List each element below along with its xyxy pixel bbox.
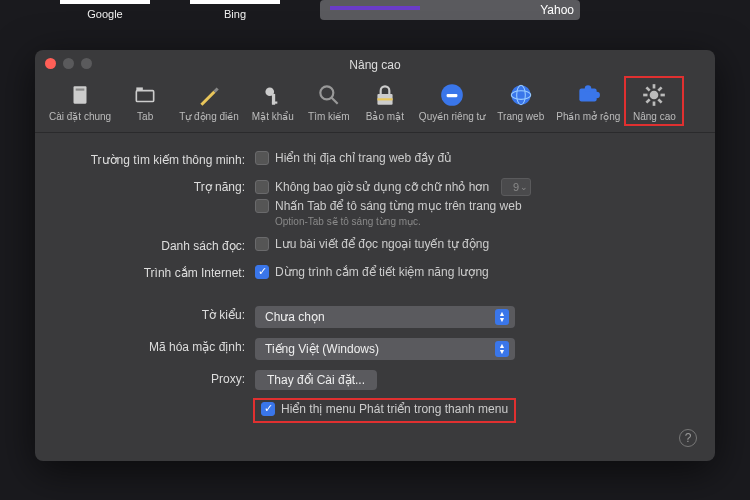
label-accessibility: Trợ năng: [65,178,255,194]
zoom-button[interactable] [81,58,92,69]
tab-privacy[interactable]: Quyền riêng tư [413,78,491,124]
select-stylesheet[interactable]: Chưa chọn▲▼ [255,306,515,328]
label-stylesheet: Tờ kiểu: [65,306,255,322]
font-size-stepper[interactable]: 9 [501,178,531,196]
tab-search[interactable]: Tìm kiếm [301,78,357,124]
checkbox-show-develop-menu[interactable]: ✓Hiển thị menu Phát triển trong thanh me… [261,402,508,416]
svg-point-18 [594,92,601,99]
tab-security[interactable]: Bảo mật [357,78,413,124]
svg-rect-10 [377,98,392,100]
tab-advanced[interactable]: Nâng cao [626,78,682,124]
label-smart-search: Trường tìm kiếm thông minh: [65,151,255,167]
proxy-settings-button[interactable]: Thay đổi Cài đặt... [255,370,377,390]
label-encoding: Mã hóa mặc định: [65,338,255,354]
svg-line-25 [659,99,662,102]
svg-rect-6 [272,102,277,104]
svg-line-26 [647,99,650,102]
tab-passwords[interactable]: Mật khẩu [245,78,301,124]
label-internet-plugins: Trình cắm Internet: [65,264,255,280]
tab-autofill[interactable]: Tự động điền [173,78,245,124]
tab-extensions[interactable]: Phần mở rộng [550,78,626,124]
label-reading-list: Danh sách đọc: [65,237,255,253]
search-engine-thumb[interactable]: Google [60,0,150,20]
select-encoding[interactable]: Tiếng Việt (Windows)▲▼ [255,338,515,360]
svg-rect-12 [447,94,458,97]
window-title: Nâng cao [45,56,705,72]
checkbox-save-offline[interactable]: Lưu bài viết để đọc ngoại tuyến tự động [255,237,489,251]
checkbox-show-full-url[interactable]: Hiển thị địa chỉ trang web đầy đủ [255,151,452,165]
search-engine-thumb[interactable]: Yahoo [320,0,580,20]
search-engine-thumb[interactable]: Bing [190,0,280,20]
svg-line-27 [659,87,662,90]
svg-point-19 [650,91,659,100]
svg-rect-1 [76,89,85,91]
toolbar: Cài đặt chung Tab Tự động điền Mật khẩu … [35,72,715,133]
preferences-window: Nâng cao Cài đặt chung Tab Tự động điền … [35,50,715,461]
checkbox-stop-plugins[interactable]: ✓Dừng trình cắm để tiết kiệm năng lượng [255,265,489,279]
close-button[interactable] [45,58,56,69]
minimize-button[interactable] [63,58,74,69]
checkbox-font-size[interactable]: Không bao giờ sử dụng cỡ chữ nhỏ hơn9 [255,178,531,196]
checkbox-press-tab[interactable]: Nhấn Tab để tô sáng từng mục trên trang … [255,199,522,213]
svg-point-17 [585,85,592,92]
tab-general[interactable]: Cài đặt chung [43,78,117,124]
option-tab-note: Option-Tab sẽ tô sáng từng mục. [275,216,685,227]
svg-rect-2 [136,91,153,102]
svg-rect-3 [136,87,143,90]
svg-line-24 [647,87,650,90]
svg-point-13 [511,85,531,105]
svg-line-8 [331,97,338,104]
label-proxy: Proxy: [65,370,255,386]
help-button[interactable]: ? [679,429,697,447]
tab-websites[interactable]: Trang web [491,78,550,124]
tab-tabs[interactable]: Tab [117,78,173,124]
